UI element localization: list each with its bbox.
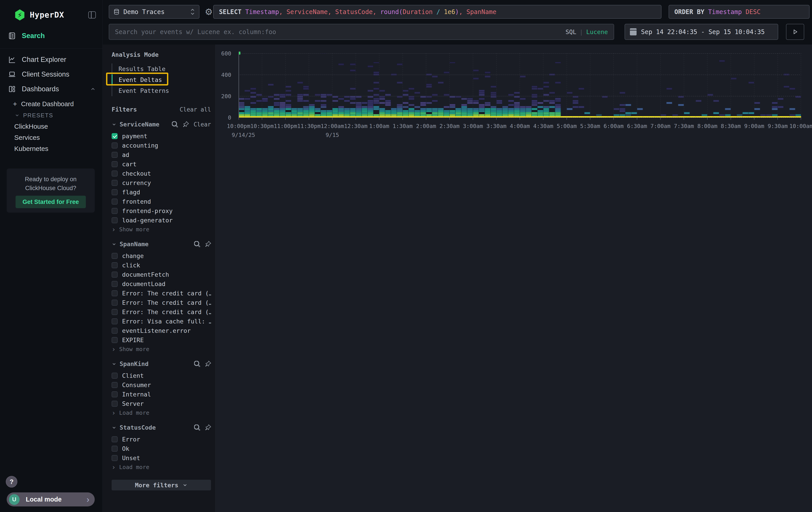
x-tick-label: 7:30am <box>674 123 694 129</box>
show-more-button[interactable]: › Load more <box>112 464 211 470</box>
run-query-button[interactable] <box>786 24 804 40</box>
checkbox[interactable] <box>112 133 118 139</box>
chevron-down-icon[interactable] <box>112 242 117 247</box>
checkbox-label[interactable]: Error: The credit card (… <box>122 299 211 306</box>
checkbox-label[interactable]: documentLoad <box>122 280 166 287</box>
clear-group-button[interactable]: Clear <box>194 121 211 128</box>
checkbox-label[interactable]: load-generator <box>122 217 173 224</box>
checkbox[interactable] <box>112 217 118 223</box>
user-menu[interactable]: U Local mode › <box>7 492 95 507</box>
source-select[interactable]: Demo Traces <box>109 5 199 19</box>
chevron-down-icon[interactable] <box>112 425 117 430</box>
collapse-sidebar-icon[interactable] <box>88 11 96 19</box>
search-icon[interactable] <box>194 425 200 431</box>
help-button[interactable]: ? <box>6 476 17 487</box>
checkbox-label[interactable]: Server <box>122 400 144 407</box>
checkbox[interactable] <box>112 455 118 461</box>
sidebar-item-client-sessions[interactable]: Client Sessions <box>0 67 103 82</box>
checkbox[interactable] <box>112 300 118 306</box>
search-input[interactable]: Search your events w/ Lucene ex. column:… <box>109 24 614 40</box>
checkbox[interactable] <box>112 272 118 277</box>
checkbox-label[interactable]: frontend <box>122 198 151 205</box>
mode-lucene-toggle[interactable]: Lucene <box>586 28 608 35</box>
show-more-button[interactable]: › Show more <box>112 226 211 233</box>
checkbox[interactable] <box>112 161 118 167</box>
checkbox-label[interactable]: accounting <box>122 142 158 149</box>
checkbox-label[interactable]: Internal <box>122 391 151 398</box>
mode-sql-toggle[interactable]: SQL <box>566 28 576 35</box>
checkbox[interactable] <box>112 142 118 149</box>
pin-icon[interactable] <box>205 425 211 431</box>
checkbox[interactable] <box>112 373 118 379</box>
preset-services[interactable]: Services <box>0 132 103 143</box>
checkbox-label[interactable]: flagd <box>122 189 140 196</box>
preset-kubernetes[interactable]: Kubernetes <box>0 143 103 154</box>
checkbox[interactable] <box>112 328 118 334</box>
presets-toggle[interactable]: PRESETS <box>0 110 103 121</box>
checkbox[interactable] <box>112 253 118 259</box>
checkbox[interactable] <box>112 337 118 343</box>
chevron-down-icon[interactable] <box>112 361 117 367</box>
chevron-down-icon[interactable] <box>112 122 117 127</box>
checkbox[interactable] <box>112 152 118 158</box>
checkbox[interactable] <box>112 382 118 388</box>
checkbox-label[interactable]: Unset <box>122 455 140 461</box>
checkbox-label[interactable]: EXPIRE <box>122 336 144 344</box>
checkbox[interactable] <box>112 309 118 315</box>
checkbox-label[interactable]: payment <box>122 133 147 140</box>
pin-icon[interactable] <box>205 361 211 367</box>
checkbox[interactable] <box>112 290 118 296</box>
preset-clickhouse[interactable]: ClickHouse <box>0 121 103 132</box>
checkbox[interactable] <box>112 180 118 186</box>
show-more-button[interactable]: › Show more <box>112 346 211 352</box>
checkbox-label[interactable]: Error <box>122 436 140 443</box>
more-filters-button[interactable]: More filters <box>112 480 211 490</box>
pin-icon[interactable] <box>205 241 211 247</box>
checkbox-label[interactable]: ad <box>122 152 129 158</box>
checkbox[interactable] <box>112 281 118 287</box>
pin-icon[interactable] <box>183 121 189 127</box>
checkbox[interactable] <box>112 392 118 397</box>
checkbox-label[interactable]: cart <box>122 161 137 168</box>
checkbox[interactable] <box>112 170 118 177</box>
analysis-mode-option[interactable]: Event Patterns <box>112 85 211 96</box>
checkbox-label[interactable]: Consumer <box>122 381 151 388</box>
checkbox[interactable] <box>112 446 118 452</box>
checkbox-label[interactable]: Error: Visa cache full: … <box>122 318 211 325</box>
get-started-button[interactable]: Get Started for Free <box>16 196 86 208</box>
source-settings-button[interactable]: ⚙ <box>203 6 214 17</box>
create-dashboard-button[interactable]: + Create Dashboard <box>0 98 103 110</box>
checkbox-label[interactable]: currency <box>122 180 151 186</box>
chevron-up-icon[interactable] <box>90 86 96 92</box>
checkbox-label[interactable]: eventListener.error <box>122 327 191 334</box>
sidebar-item-dashboards[interactable]: Dashboards <box>0 82 103 97</box>
checkbox-label[interactable]: frontend-proxy <box>122 208 173 214</box>
sidebar-item-chart-explorer[interactable]: Chart Explorer <box>0 52 103 67</box>
filter-option-row: EXPIRE <box>112 335 211 345</box>
search-icon[interactable] <box>194 241 200 247</box>
checkbox-label[interactable]: Client <box>122 372 144 379</box>
checkbox[interactable] <box>112 208 118 214</box>
checkbox[interactable] <box>112 198 118 205</box>
checkbox[interactable] <box>112 318 118 324</box>
time-range-picker[interactable]: Sep 14 22:04:35 - Sep 15 10:04:35 <box>625 24 778 40</box>
search-icon[interactable] <box>172 121 178 127</box>
checkbox-label[interactable]: Error: The credit card (… <box>122 290 211 297</box>
checkbox[interactable] <box>112 189 118 195</box>
order-by-editor[interactable]: ORDER BY Timestamp DESC <box>669 5 810 19</box>
checkbox[interactable] <box>112 401 118 407</box>
checkbox-label[interactable]: click <box>122 262 140 269</box>
checkbox[interactable] <box>112 436 118 442</box>
sidebar-item-search[interactable]: Search <box>0 28 103 43</box>
checkbox-label[interactable]: documentFetch <box>122 271 169 278</box>
clear-all-button[interactable]: Clear all <box>180 106 211 113</box>
checkbox-label[interactable]: checkout <box>122 170 151 177</box>
checkbox-label[interactable]: Error: The credit card (… <box>122 308 211 316</box>
sql-select-editor[interactable]: SELECT Timestamp, ServiceName, StatusCod… <box>213 5 662 19</box>
show-more-button[interactable]: › Load more <box>112 410 211 416</box>
search-icon[interactable] <box>194 361 200 367</box>
checkbox[interactable] <box>112 262 118 268</box>
checkbox-label[interactable]: Ok <box>122 445 129 452</box>
duration-heatmap-chart[interactable] <box>238 51 801 123</box>
checkbox-label[interactable]: change <box>122 252 144 259</box>
